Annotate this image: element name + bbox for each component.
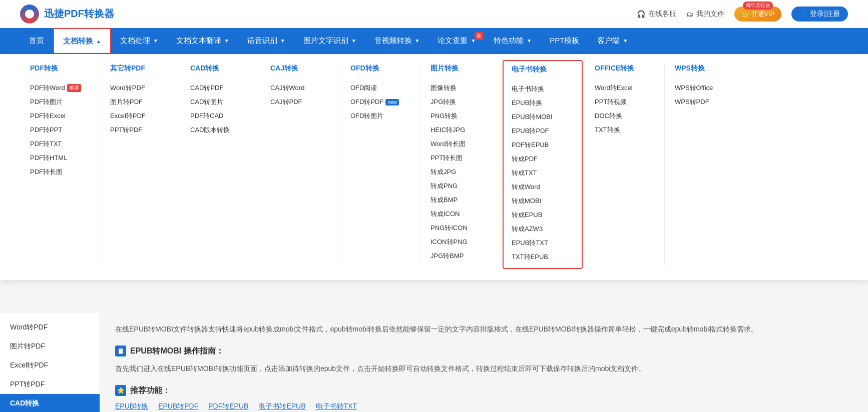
dropdown-item[interactable]: 图像转换 <box>430 81 490 95</box>
dropdown-item[interactable]: 转成JPG <box>430 165 490 179</box>
nav-item-home[interactable]: 首页 <box>20 28 53 53</box>
login-button[interactable]: 👤 登录|注册 <box>791 6 848 22</box>
dropdown-item[interactable]: 转成Word <box>512 180 574 194</box>
nav-item-client[interactable]: 客户端 ▼ <box>588 28 637 53</box>
dropdown-item[interactable]: PPT转PDF <box>110 123 170 137</box>
col-title-office: OFFICE转换 <box>595 64 654 75</box>
nav-item-doc-convert[interactable]: 文档转换 ▲ <box>53 28 111 53</box>
sidebar-item-cad[interactable]: CAD转换 <box>0 394 100 412</box>
rec-link-5[interactable]: 电子书转TXT <box>316 402 357 411</box>
headphone-icon: 🎧 <box>637 10 645 18</box>
dropdown-item[interactable]: Excel转PDF <box>110 109 170 123</box>
dropdown-item[interactable]: EPUB转换 <box>512 96 574 110</box>
main-area: Word转PDF 图片转PDF Excel转PDF PPT转PDF CAD转换 … <box>0 313 868 412</box>
dropdown-item[interactable]: CAD转PDF <box>190 81 250 95</box>
sidebar-item-ppt-pdf[interactable]: PPT转PDF <box>0 375 100 394</box>
customer-service-btn[interactable]: 🎧 在线客服 <box>637 10 676 18</box>
dropdown-col-caj: CAJ转换 CAJ转Word CAJ转PDF <box>260 64 340 265</box>
chevron-down-icon: ▼ <box>351 38 356 44</box>
content-area: 在线EPUB转MOBI文件转换器支持快速将epub转换成mobi文件格式，epu… <box>100 313 868 412</box>
rec-link-4[interactable]: 电子书转EPUB <box>258 402 305 411</box>
dropdown-item[interactable]: WPS转PDF <box>675 95 735 109</box>
dropdown-item[interactable]: 电子书转换 <box>512 82 574 96</box>
dropdown-item[interactable]: EPUB转MOBI <box>512 110 574 124</box>
nav-item-media[interactable]: 音视频转换 ▼ <box>365 28 429 53</box>
dropdown-item[interactable]: 转成PDF <box>512 152 574 166</box>
dropdown-item[interactable]: HEIC转JPG <box>430 123 490 137</box>
dropdown-item[interactable]: CAD转图片 <box>190 95 250 109</box>
guide-section-title: 📋 EPUB转MOBI 操作指南： <box>115 346 853 356</box>
dropdown-item[interactable]: 转成BMP <box>430 193 490 207</box>
nav-item-ocr[interactable]: 图片文字识别 ▼ <box>294 28 365 53</box>
dropdown-item[interactable]: Word转Excel <box>595 81 654 95</box>
nav-item-special[interactable]: 特色功能 ▼ <box>485 28 541 53</box>
dropdown-item[interactable]: EPUB转PDF <box>512 124 574 138</box>
dropdown-item[interactable]: CAJ转PDF <box>270 95 330 109</box>
dropdown-item[interactable]: 转成EPUB <box>512 208 574 222</box>
rec-link-3[interactable]: PDF转EPUB <box>208 402 248 411</box>
dropdown-item[interactable]: TXT转换 <box>595 123 654 137</box>
dropdown-item[interactable]: PDF转长图 <box>30 165 90 179</box>
dropdown-item[interactable]: PNG转ICON <box>430 221 490 235</box>
dropdown-item[interactable]: PDF转PPT <box>30 123 90 137</box>
dropdown-col-topdf: 其它转PDF Word转PDF 图片转PDF Excel转PDF PPT转PDF <box>100 64 180 265</box>
rec-section-title: ⭐ 推荐功能： <box>115 385 853 396</box>
my-files-btn[interactable]: 🗂 我的文件 <box>686 10 724 18</box>
file-icon: 🗂 <box>686 10 693 18</box>
dropdown-item[interactable]: PDF转HTML <box>30 151 90 165</box>
dropdown-item[interactable]: PDF转Word 推荐 <box>30 81 90 95</box>
dropdown-item[interactable]: DOC转换 <box>595 109 654 123</box>
dropdown-item[interactable]: ICON转PNG <box>430 235 490 249</box>
dropdown-item[interactable]: 图片转PDF <box>110 95 170 109</box>
dropdown-item[interactable]: PPT转长图 <box>430 151 490 165</box>
dropdown-col-ofd: OFD转换 OFD阅读 OFD转PDF new OFD转图片 <box>340 64 420 265</box>
dropdown-item[interactable]: WPS转Office <box>675 81 735 95</box>
dropdown-item[interactable]: OFD阅读 <box>350 81 410 95</box>
dropdown-item[interactable]: 转成ICON <box>430 207 490 221</box>
header: 迅捷PDF转换器 🎧 在线客服 🗂 我的文件 周年庆狂欢 👑 开通VIP 👤 登… <box>0 0 868 28</box>
rec-link-2[interactable]: EPUB转PDF <box>158 402 198 411</box>
dropdown-item[interactable]: JPG转BMP <box>430 249 490 263</box>
col-title-caj: CAJ转换 <box>270 64 330 75</box>
dropdown-item[interactable]: PPT转视频 <box>595 95 654 109</box>
dropdown-item[interactable]: OFD转图片 <box>350 109 410 123</box>
dropdown-item[interactable]: 转成PNG <box>430 179 490 193</box>
dropdown-item[interactable]: PNG转换 <box>430 109 490 123</box>
dropdown-item[interactable]: TXT转EPUB <box>512 250 574 264</box>
dropdown-item[interactable]: 转成AZW3 <box>512 222 574 236</box>
dropdown-item[interactable]: PDF转TXT <box>30 137 90 151</box>
dropdown-item[interactable]: 转成MOBI <box>512 194 574 208</box>
dropdown-item[interactable]: PDF转图片 <box>30 95 90 109</box>
col-title-wps: WPS转换 <box>675 64 735 75</box>
dropdown-item[interactable]: Word转PDF <box>110 81 170 95</box>
sidebar-item-excel-pdf[interactable]: Excel转PDF <box>0 356 100 375</box>
nav-item-translate[interactable]: 文档文本翻译 ▼ <box>167 28 238 53</box>
rec-link-1[interactable]: EPUB转换 <box>115 402 148 411</box>
dropdown-item[interactable]: PDF转EPUB <box>512 138 574 152</box>
sidebar-item-word-pdf[interactable]: Word转PDF <box>0 318 100 337</box>
dropdown-item[interactable]: OFD转PDF new <box>350 95 410 109</box>
dropdown-menu: PDF转换 PDF转Word 推荐 PDF转图片 PDF转Excel PDF转P… <box>0 53 868 280</box>
header-left: 迅捷PDF转换器 <box>20 4 114 24</box>
dropdown-item[interactable]: CAJ转Word <box>270 81 330 95</box>
nav-item-doc-process[interactable]: 文档处理 ▼ <box>111 28 167 53</box>
dropdown-item[interactable]: PDF转Excel <box>30 109 90 123</box>
dropdown-item[interactable]: EPUB转TXT <box>512 236 574 250</box>
chevron-down-icon: ▼ <box>415 38 420 44</box>
rec-icon: ⭐ <box>115 385 126 396</box>
col-title-image: 图片转换 <box>430 64 490 75</box>
dropdown-item[interactable]: JPG转换 <box>430 95 490 109</box>
vip-button[interactable]: 周年庆狂欢 👑 开通VIP <box>734 6 782 22</box>
dropdown-item[interactable]: Word转长图 <box>430 137 490 151</box>
guide-text: 首先我们进入在线EPUB转MOBI转换功能页面，点击添加待转换的epub文件，点… <box>115 362 853 375</box>
dropdown-item[interactable]: PDF转CAD <box>190 109 250 123</box>
sidebar-item-image-pdf[interactable]: 图片转PDF <box>0 337 100 356</box>
dropdown-item[interactable]: 转成TXT <box>512 166 574 180</box>
nav-item-voice[interactable]: 语音识别 ▼ <box>238 28 294 53</box>
dropdown-item[interactable]: CAD版本转换 <box>190 123 250 137</box>
dropdown-col-ebook: 电子书转换 电子书转换 EPUB转换 EPUB转MOBI EPUB转PDF PD… <box>503 60 583 269</box>
rec-links: EPUB转换 EPUB转PDF PDF转EPUB 电子书转EPUB 电子书转TX… <box>115 402 853 411</box>
nav-item-paper[interactable]: 论文查重 ▼ 新 <box>428 28 485 53</box>
nav-item-ppt[interactable]: PPT模板 <box>541 28 588 53</box>
dropdown-col-office: OFFICE转换 Word转Excel PPT转视频 DOC转换 TXT转换 <box>585 64 665 265</box>
